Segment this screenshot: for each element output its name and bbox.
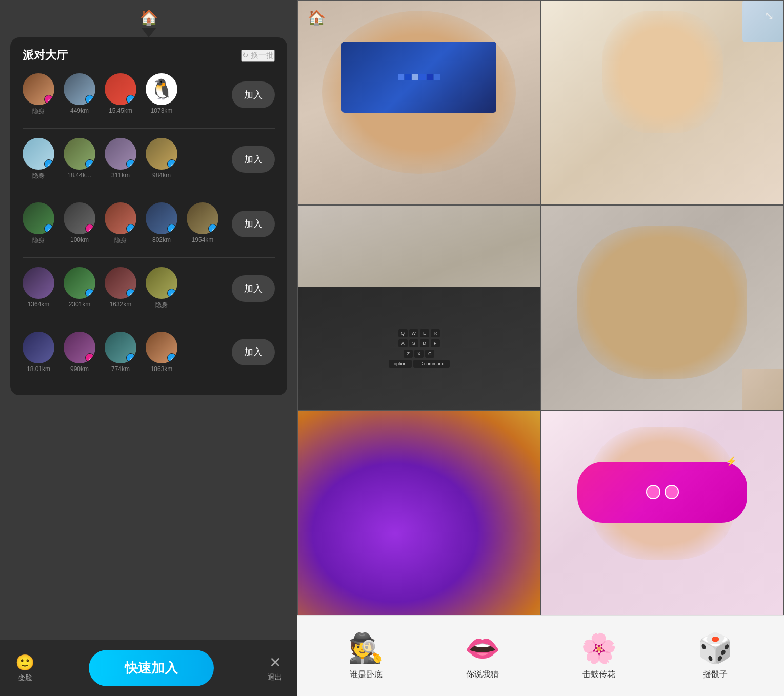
face-change-button[interactable]: 🙂 变脸 bbox=[15, 653, 34, 683]
face-overlay-4 bbox=[577, 226, 747, 379]
tool-drum-flower[interactable]: 🌸 击鼓传花 bbox=[581, 631, 617, 680]
avatar-label: 311km bbox=[111, 172, 130, 179]
key-row-1: Q W E R bbox=[398, 329, 440, 337]
badge: ♪ bbox=[85, 159, 94, 169]
video-cell-4 bbox=[541, 205, 785, 410]
badge: ♪ bbox=[126, 289, 135, 298]
join-button-2[interactable]: 加入 bbox=[232, 146, 275, 173]
avatar-circle: ♪ bbox=[105, 332, 136, 363]
party-card: 派对大厅 ↻ 换一批 ♪ 隐身 ♪ 449km bbox=[10, 37, 287, 395]
key-row-3: Z X C bbox=[404, 350, 434, 358]
avatar-label: 774km bbox=[111, 365, 130, 373]
badge: ♪ bbox=[208, 224, 217, 233]
tool-who-undercover[interactable]: 🕵️ 谁是卧底 bbox=[348, 631, 384, 680]
corner-obj bbox=[742, 1, 783, 42]
avatar-label: 100km bbox=[70, 236, 89, 243]
keyboard-visual: Q W E R A S D F Z X C option bbox=[298, 287, 540, 410]
key: W bbox=[409, 329, 419, 337]
avatar-label: 1863km bbox=[151, 365, 173, 373]
dice-label: 摇骰子 bbox=[703, 669, 728, 680]
lips-emoji: 👄 bbox=[465, 631, 500, 665]
party-row-2: ♪ 隐身 ♪ 18.44k… ♪ 311km bbox=[23, 138, 275, 180]
avatar-item[interactable]: ♪ 隐身 bbox=[23, 138, 54, 180]
join-button-1[interactable]: 加入 bbox=[232, 81, 275, 108]
exit-label: 退出 bbox=[268, 673, 282, 682]
avatar-item[interactable]: ♪ 449km bbox=[64, 73, 95, 116]
drum-flower-label: 击鼓传花 bbox=[582, 669, 615, 680]
avatar-item[interactable]: 1364km bbox=[23, 267, 54, 310]
key: D bbox=[420, 339, 429, 347]
avatar-label: 2301km bbox=[69, 301, 91, 308]
avatar-item[interactable]: ♪ 15.45km bbox=[105, 73, 136, 116]
avatar-item[interactable]: ♪ 802km bbox=[146, 202, 177, 245]
avatars-group-2: ♪ 隐身 ♪ 18.44k… ♪ 311km bbox=[23, 138, 226, 180]
row-divider bbox=[23, 322, 275, 322]
close-icon: ✕ bbox=[269, 654, 281, 671]
arrow-down-indicator bbox=[142, 28, 156, 37]
spy-emoji: 🕵️ bbox=[348, 631, 384, 665]
avatar-item[interactable]: ♪ 990km bbox=[64, 332, 95, 373]
key: A bbox=[398, 339, 408, 347]
key: R bbox=[431, 329, 440, 337]
face-overlay-2 bbox=[602, 11, 723, 133]
key: X bbox=[414, 350, 424, 358]
exit-button[interactable]: ✕ 退出 bbox=[268, 654, 282, 682]
join-button-5[interactable]: 加入 bbox=[232, 339, 275, 365]
key: Q bbox=[398, 329, 408, 337]
avatar-label: 隐身 bbox=[32, 107, 45, 116]
pink-mask-overlay: ⚡ bbox=[577, 462, 747, 523]
tool-dice[interactable]: 🎲 摇骰子 bbox=[697, 631, 733, 680]
key-row-2: A S D F bbox=[398, 339, 440, 347]
party-title: 派对大厅 bbox=[23, 48, 68, 63]
flower-emoji: 🌸 bbox=[581, 631, 617, 665]
avatar-item[interactable]: 18.01km bbox=[23, 332, 54, 373]
badge: ♪ bbox=[44, 95, 53, 104]
avatar-item[interactable]: ♪ 隐身 bbox=[23, 202, 54, 245]
face-change-label: 变脸 bbox=[18, 673, 32, 683]
home-icon-right[interactable]: 🏠 bbox=[308, 9, 326, 26]
pixel-mask bbox=[341, 42, 496, 113]
tool-you-say-i-guess[interactable]: 👄 你说我猜 bbox=[465, 631, 500, 680]
avatar-item[interactable]: ♪ 1863km bbox=[146, 332, 177, 373]
badge: ♪ bbox=[126, 353, 135, 362]
party-row-1: ♪ 隐身 ♪ 449km ♪ 15.45km 🐧 bbox=[23, 73, 275, 116]
badge: ♪ bbox=[44, 159, 53, 169]
avatar-item[interactable]: ♪ 18.44k… bbox=[64, 138, 95, 180]
join-button-4[interactable]: 加入 bbox=[232, 275, 275, 302]
avatar-item[interactable]: ♪ 774km bbox=[105, 332, 136, 373]
avatar-item[interactable]: ♪ 隐身 bbox=[146, 267, 177, 310]
avatar-label: 隐身 bbox=[114, 236, 127, 245]
avatar-item[interactable]: ♪ 2301km bbox=[64, 267, 95, 310]
avatar-circle: ♪ bbox=[146, 267, 177, 299]
avatar-item[interactable]: ♪ 1632km bbox=[105, 267, 136, 310]
party-row-3: ♪ 隐身 ♪ 100km ♪ 隐身 bbox=[23, 202, 275, 245]
avatar-circle: ♪ bbox=[105, 73, 136, 105]
refresh-button[interactable]: ↻ 换一批 bbox=[241, 50, 275, 62]
avatar-item[interactable]: ♪ 311km bbox=[105, 138, 136, 180]
avatar-item[interactable]: ♪ 隐身 bbox=[105, 202, 136, 245]
refresh-icon: ↻ bbox=[242, 51, 249, 60]
badge: ♪ bbox=[44, 224, 53, 233]
avatar-item[interactable]: ♪ 984km bbox=[146, 138, 177, 180]
avatar-circle: ♪ bbox=[105, 267, 136, 299]
avatar-circle: ♪ bbox=[105, 138, 136, 170]
home-icon-top[interactable]: 🏠 bbox=[140, 9, 158, 26]
join-button-3[interactable]: 加入 bbox=[232, 211, 275, 237]
avatar-item[interactable]: ♪ 100km bbox=[64, 202, 95, 245]
who-undercover-label: 谁是卧底 bbox=[350, 669, 383, 680]
avatar-label: 18.44k… bbox=[67, 172, 92, 179]
refresh-label: 换一批 bbox=[251, 51, 274, 60]
avatar-item[interactable]: ♪ 隐身 bbox=[23, 73, 54, 116]
minimize-icon[interactable]: ⤡ bbox=[765, 9, 774, 23]
avatars-group-1: ♪ 隐身 ♪ 449km ♪ 15.45km 🐧 bbox=[23, 73, 226, 116]
video-cell-2 bbox=[541, 0, 785, 205]
avatar-label: 449km bbox=[70, 107, 89, 114]
key: C bbox=[425, 350, 434, 358]
avatar-item[interactable]: ♪ 1954km bbox=[187, 202, 218, 245]
badge: ♪ bbox=[85, 95, 94, 104]
left-panel: 🏠 派对大厅 ↻ 换一批 ♪ 隐身 ♪ bbox=[0, 0, 297, 696]
avatar-item[interactable]: 🐧 1073km bbox=[146, 73, 177, 116]
quick-join-button[interactable]: 快速加入 bbox=[89, 650, 214, 686]
avatar-circle: ♪ bbox=[187, 202, 218, 234]
video-cell-1 bbox=[297, 0, 541, 205]
